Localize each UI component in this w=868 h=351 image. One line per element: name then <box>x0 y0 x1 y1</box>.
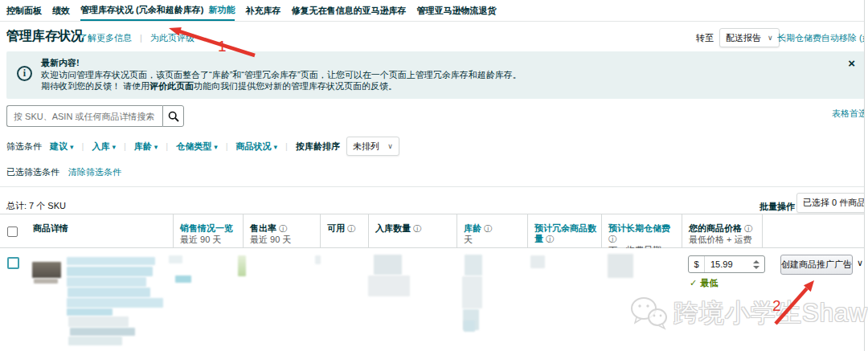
filter-suggestion[interactable]: 建议▾ <box>50 141 74 153</box>
rate-page-link[interactable]: 为此页评级 <box>150 33 194 43</box>
report-select-value: 配送报告 <box>726 32 761 44</box>
search-button[interactable] <box>162 105 184 127</box>
sort-by-age-label: 按库龄排序 <box>296 141 340 153</box>
col-sales-overview[interactable]: 销售情况一览 <box>180 223 233 233</box>
table-header: 商品详情 销售情况一览 最近 90 天 售出率 ⓘ 最近 90 天 可用 ⓘ 入… <box>0 214 864 248</box>
news-banner: i 最新内容! 欢迎访问管理库存状况页面，该页面整合了“库龄”和“管理冗余库存”… <box>6 51 865 99</box>
redacted-text <box>70 328 135 336</box>
learn-more-link[interactable]: 了解更多信息 <box>79 33 132 43</box>
table-preferences-label: 表格首选项 <box>832 108 865 120</box>
nav-tab-fix-stranded[interactable]: 修复无在售信息的亚马逊库存 <box>291 0 406 21</box>
wechat-icon <box>627 294 670 333</box>
redacted-stat <box>315 255 321 264</box>
info-icon[interactable]: ⓘ <box>279 224 287 233</box>
info-icon[interactable]: ⓘ <box>546 235 554 243</box>
redacted-text <box>67 308 113 316</box>
redacted-block <box>34 279 58 284</box>
redacted-stat <box>374 255 402 275</box>
search-input[interactable] <box>6 105 162 127</box>
col-ltsf[interactable]: 预计长期仓储费 <box>608 223 670 233</box>
col-inventory-age-sub: 天 <box>464 235 524 245</box>
info-icon[interactable]: ⓘ <box>347 224 355 233</box>
currency-symbol: $ <box>689 256 705 272</box>
caret-down-icon: ▾ <box>274 143 278 151</box>
redacted-text <box>67 298 163 308</box>
filter-inbound[interactable]: 入库▾ <box>92 141 116 153</box>
stepper-up-icon[interactable] <box>753 260 760 263</box>
info-icon[interactable]: ⓘ <box>744 224 752 233</box>
redacted-stat <box>368 275 410 296</box>
nav-tab-performance[interactable]: 绩效 <box>52 0 70 21</box>
redacted-product-image <box>32 262 61 278</box>
sort-select-value: 未排列 <box>353 141 379 153</box>
table-preferences-button[interactable]: 表格首选项 <box>829 108 865 120</box>
title-bar: 管理库存状况 了解更多信息 | 为此页评级 转至 配送报告 ∨ | 长期仓储费自… <box>0 22 864 51</box>
filter-storage-type[interactable]: 仓储类型▾ <box>176 141 218 153</box>
close-icon[interactable]: × <box>848 56 855 70</box>
filter-condition[interactable]: 商品状况▾ <box>236 141 278 153</box>
col-inbound-qty: 入库数量 <box>375 223 411 233</box>
bulk-actions-label: 批量操作 <box>760 201 795 213</box>
filter-age[interactable]: 库龄▾ <box>134 141 158 153</box>
watermark-text: 跨境小学生Shawn <box>674 296 868 330</box>
bulk-actions-select-clip: 已选择 0 件商品 ∨ <box>796 193 865 214</box>
nav-tab-fba-returns[interactable]: 管理亚马逊物流退货 <box>416 0 496 21</box>
total-sku-count: 总计: 7 个 SKU <box>6 200 66 212</box>
report-select[interactable]: 配送报告 ∨ <box>719 28 780 47</box>
create-sponsored-ad-button[interactable]: 创建商品推广广告 <box>780 255 853 275</box>
chevron-down-icon: ∨ <box>387 142 393 150</box>
cta-dropdown-caret[interactable]: ∨ <box>857 258 863 268</box>
nav-tab-inventory-health-label: 管理库存状况 (冗余和超龄库存) <box>80 4 203 16</box>
redacted-stat <box>462 276 482 308</box>
info-icon[interactable]: ⓘ <box>413 224 421 233</box>
price-editor: $ 15.99 <box>688 255 765 273</box>
sort-select[interactable]: 未排列 ∨ <box>346 137 399 156</box>
goto-label: 转至 <box>696 32 714 44</box>
col-estimated-excess[interactable]: 预计冗余商品数量 <box>534 223 596 243</box>
price-input[interactable]: 15.99 <box>705 259 751 269</box>
redacted-stat <box>175 275 191 283</box>
col-sell-through: 售出率 <box>250 223 276 233</box>
redacted-green-bar <box>238 255 246 276</box>
price-stepper[interactable] <box>751 260 764 269</box>
info-icon[interactable]: ⓘ <box>484 224 492 233</box>
manage-inventory-health-page: 控制面板 绩效 管理库存状况 (冗余和超龄库存) 新功能 补充库存 修复无在售信… <box>0 0 868 351</box>
row-checkbox[interactable] <box>7 257 19 269</box>
filter-label: 筛选条件 <box>6 141 42 153</box>
col-available: 可用 <box>327 223 345 233</box>
caret-down-icon: ▾ <box>112 143 116 151</box>
redacted-text <box>68 288 150 297</box>
clear-filters-link[interactable]: 清除筛选条件 <box>68 167 121 177</box>
redacted-text <box>67 277 146 287</box>
bulk-actions-value: 已选择 0 件商品 <box>803 197 865 209</box>
info-icon[interactable]: ⓘ <box>608 235 616 243</box>
bulk-actions-select[interactable]: 已选择 0 件商品 ∨ <box>796 193 865 213</box>
redacted-text <box>67 267 153 276</box>
caret-down-icon: ▾ <box>154 143 158 151</box>
redacted-stat <box>530 255 545 268</box>
select-all-checkbox[interactable] <box>7 227 18 237</box>
caret-down-icon: ▾ <box>214 143 218 151</box>
separator: | <box>140 33 142 43</box>
redacted-text <box>68 337 122 345</box>
selected-filters-row: 已选筛选条件 清除筛选条件 <box>6 166 121 178</box>
selected-filters-label: 已选筛选条件 <box>6 167 59 177</box>
chevron-down-icon: ∨ <box>768 34 773 42</box>
top-navigation: 控制面板 绩效 管理库存状况 (冗余和超龄库存) 新功能 补充库存 修复无在售信… <box>0 0 864 22</box>
nav-tab-inventory-health[interactable]: 管理库存状况 (冗余和超龄库存) 新功能 <box>80 0 235 21</box>
col-your-price-sub: 最低价格 + 运费 <box>689 235 759 245</box>
info-icon: i <box>17 66 32 81</box>
nav-tab-dashboard[interactable]: 控制面板 <box>6 0 42 21</box>
page-title: 管理库存状况 <box>6 28 84 45</box>
new-feature-badge: 新功能 <box>208 4 235 16</box>
ltsf-auto-removal-link[interactable]: 长期仓储费自动移除 (如适 <box>777 32 865 44</box>
stepper-down-icon[interactable] <box>753 266 760 269</box>
divider <box>0 186 864 187</box>
banner-title: 最新内容! <box>41 57 522 69</box>
nav-tab-restock[interactable]: 补充库存 <box>245 0 280 21</box>
redacted-stat <box>608 254 633 278</box>
check-icon: ✓ <box>690 278 697 288</box>
col-sell-through-sub: 最近 90 天 <box>250 235 317 245</box>
col-inventory-age[interactable]: 库龄 <box>464 223 481 233</box>
filter-row: 筛选条件 建议▾ | 入库▾ | 库龄▾ | 仓储类型▾ | 商品状况▾ | 按… <box>6 136 399 157</box>
